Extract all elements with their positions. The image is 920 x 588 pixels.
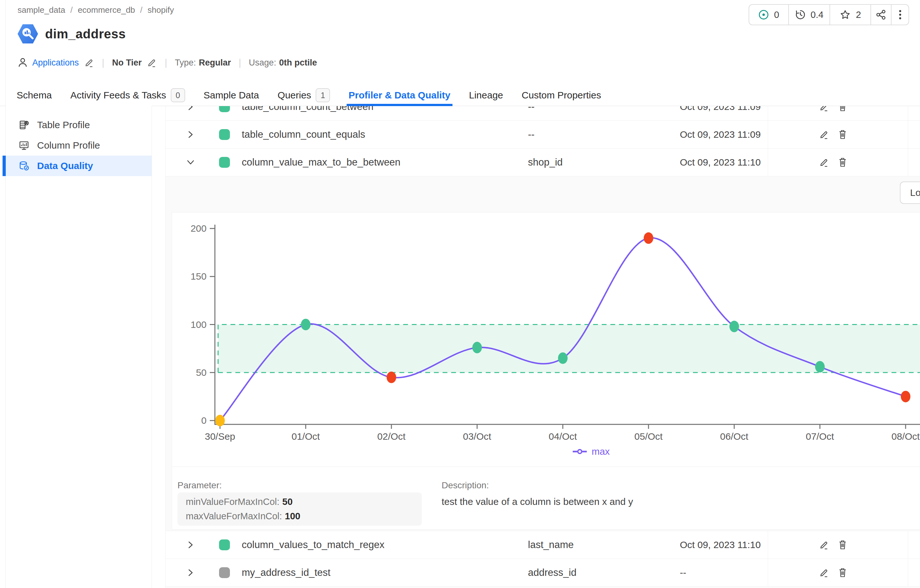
svg-text:06/Oct: 06/Oct	[720, 431, 748, 442]
votes-button[interactable]: 0	[749, 5, 789, 24]
test-detail-panel: Logs 05010015020030/Sep01/Oct02/Oct03/Oc…	[166, 176, 920, 531]
breadcrumb-database[interactable]: ecommerce_db	[78, 5, 135, 15]
test-last-run: Oct 09, 2023 11:09	[680, 129, 761, 140]
test-result-chart: 05010015020030/Sep01/Oct02/Oct03/Oct04/O…	[172, 213, 920, 467]
expand-chevron-icon[interactable]	[187, 540, 194, 550]
column-divider	[908, 559, 908, 586]
test-name[interactable]: column_value_max_to_be_between	[242, 157, 400, 168]
status-badge	[219, 567, 230, 578]
entity-header: sample_data / ecommerce_db / shopify 0 0…	[0, 0, 920, 106]
test-name[interactable]: column_values_to_match_regex	[242, 539, 384, 551]
parameter-line: minValueForMaxInCol:50	[186, 497, 413, 507]
test-name[interactable]: my_address_id_test	[242, 567, 330, 578]
edit-icon[interactable]	[819, 567, 829, 578]
entity-toolbar: 0 0.4 2	[748, 4, 909, 25]
version-button[interactable]: 0.4	[789, 5, 830, 24]
tab-label: Custom Properties	[522, 90, 601, 101]
page: sample_data / ecommerce_db / shopify 0 0…	[0, 0, 920, 588]
tab-profiler-data-quality[interactable]: Profiler & Data Quality	[347, 85, 452, 106]
owner-icon	[17, 57, 28, 68]
expand-chevron-icon[interactable]	[187, 106, 194, 112]
parameter-line: maxValueForMaxInCol:100	[186, 511, 413, 522]
svg-text:02/Oct: 02/Oct	[377, 431, 406, 442]
tab-lineage[interactable]: Lineage	[468, 85, 505, 106]
breadcrumb-service[interactable]: sample_data	[18, 5, 65, 15]
svg-text:03/Oct: 03/Oct	[463, 431, 491, 442]
row-actions	[819, 129, 848, 140]
delete-icon[interactable]	[837, 157, 848, 168]
usage-value: 0th pctile	[279, 58, 317, 68]
test-row[interactable]: my_address_id_test address_id --	[166, 559, 920, 587]
tab-label: Sample Data	[204, 90, 259, 101]
svg-text:0: 0	[201, 415, 207, 426]
test-last-run: Oct 09, 2023 11:10	[680, 540, 761, 550]
status-badge	[219, 540, 230, 550]
row-actions	[819, 567, 848, 578]
version-number: 0.4	[811, 10, 823, 20]
test-row[interactable]: column_values_to_match_regex last_name O…	[166, 531, 920, 559]
sidebar-item-table-profile[interactable]: Table Profile	[6, 115, 152, 135]
column-profile-icon	[19, 140, 29, 151]
legend-line-marker	[572, 448, 588, 455]
column-divider	[908, 121, 908, 148]
sidebar-item-column-profile[interactable]: Column Profile	[6, 135, 152, 156]
delete-icon[interactable]	[837, 567, 848, 578]
bottom-scroll-strip	[166, 587, 920, 588]
test-last-run: Oct 09, 2023 11:09	[680, 106, 761, 112]
share-icon	[876, 9, 886, 20]
usage-label: Usage:	[249, 58, 276, 68]
share-button[interactable]	[871, 5, 892, 24]
test-row-expanded[interactable]: column_value_max_to_be_between shop_id O…	[166, 149, 920, 176]
meta-divider: |	[165, 57, 167, 68]
expand-chevron-icon[interactable]	[187, 567, 194, 578]
test-rows-top: table_column_count_between -- Oct 09, 20…	[166, 106, 920, 176]
edit-tier-icon[interactable]	[147, 57, 157, 68]
test-last-run: Oct 09, 2023 11:10	[680, 157, 761, 168]
expand-chevron-icon[interactable]	[187, 129, 194, 140]
svg-text:04/Oct: 04/Oct	[549, 431, 577, 442]
tab-label: Queries	[278, 90, 311, 101]
edit-owner-icon[interactable]	[84, 57, 94, 68]
test-row[interactable]: table_column_count_equals -- Oct 09, 202…	[166, 121, 920, 149]
tab-schema[interactable]: Schema	[15, 85, 53, 106]
version-history-icon	[795, 9, 806, 20]
delete-icon[interactable]	[837, 106, 848, 112]
svg-text:100: 100	[191, 319, 207, 330]
star-button[interactable]: 2	[830, 5, 871, 24]
kebab-menu-icon	[898, 9, 902, 21]
parameter-name: minValueForMaxInCol:	[186, 497, 280, 507]
more-options-button[interactable]	[892, 5, 909, 24]
test-row[interactable]: table_column_count_between -- Oct 09, 20…	[166, 106, 920, 121]
collapse-chevron-icon[interactable]	[185, 158, 196, 166]
breadcrumb-schema[interactable]: shopify	[148, 5, 174, 15]
edit-icon[interactable]	[819, 157, 829, 168]
sidebar-item-label: Data Quality	[37, 160, 93, 171]
tab-queries[interactable]: Queries1	[276, 85, 331, 106]
delete-icon[interactable]	[837, 540, 848, 550]
owner-link[interactable]: Applications	[32, 58, 79, 68]
data-quality-test-list: table_column_count_between -- Oct 09, 20…	[165, 106, 920, 588]
tab-sample-data[interactable]: Sample Data	[202, 85, 260, 106]
entity-title-row: dim_address	[18, 24, 126, 44]
legend-label: max	[591, 446, 610, 457]
tab-activity-feeds[interactable]: Activity Feeds & Tasks0	[69, 85, 186, 106]
logs-button[interactable]: Logs	[900, 181, 920, 204]
test-rows-bottom: column_values_to_match_regex last_name O…	[166, 531, 920, 588]
tab-label: Schema	[17, 90, 52, 101]
edit-icon[interactable]	[819, 129, 829, 140]
test-name[interactable]: table_column_count_between	[242, 106, 374, 113]
parameter-value: 50	[282, 497, 293, 507]
status-badge	[219, 106, 230, 112]
svg-text:07/Oct: 07/Oct	[806, 431, 834, 442]
delete-icon[interactable]	[837, 129, 848, 140]
profiler-sidebar: Table Profile Column Profile Data Qualit…	[6, 106, 152, 588]
edit-icon[interactable]	[819, 540, 829, 550]
edit-icon[interactable]	[819, 106, 829, 112]
sidebar-item-data-quality[interactable]: Data Quality	[6, 156, 152, 176]
tab-custom-properties[interactable]: Custom Properties	[520, 85, 602, 106]
test-column: --	[528, 106, 535, 113]
tier-label: No Tier	[112, 58, 142, 68]
test-name[interactable]: table_column_count_equals	[242, 129, 365, 140]
tab-label: Profiler & Data Quality	[348, 90, 450, 101]
breadcrumb-separator: /	[70, 5, 73, 15]
